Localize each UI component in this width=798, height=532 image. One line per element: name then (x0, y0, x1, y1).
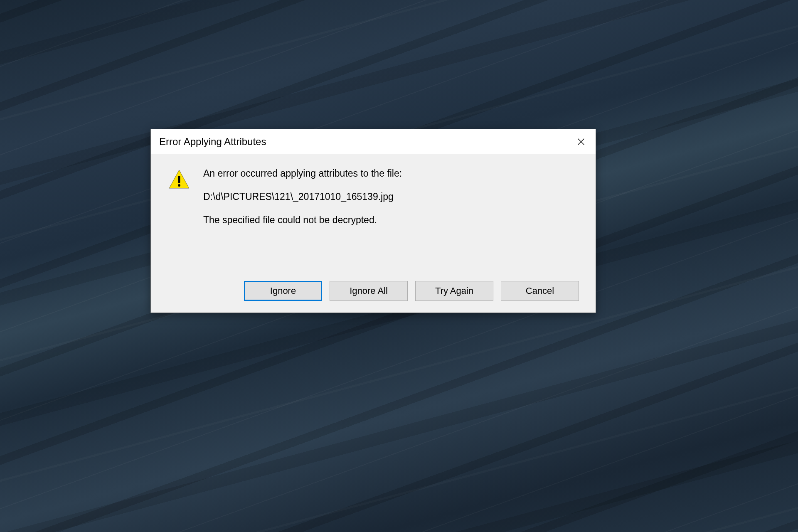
error-dialog: Error Applying Attributes An error occur… (150, 129, 596, 313)
error-description: An error occurred applying attributes to… (203, 167, 579, 180)
ignore-all-button[interactable]: Ignore All (330, 281, 408, 301)
ignore-button[interactable]: Ignore (244, 281, 322, 301)
try-again-button[interactable]: Try Again (415, 281, 493, 301)
warning-icon (167, 168, 191, 192)
svg-rect-3 (178, 176, 180, 183)
error-detail: The specified file could not be decrypte… (203, 213, 579, 227)
file-path: D:\d\PICTURES\121\_20171010_165139.jpg (203, 190, 579, 203)
message-text: An error occurred applying attributes to… (203, 167, 579, 227)
svg-point-4 (178, 184, 180, 187)
close-button[interactable] (566, 129, 596, 154)
cancel-button[interactable]: Cancel (501, 281, 579, 301)
message-row: An error occurred applying attributes to… (167, 167, 579, 227)
button-row: Ignore Ignore All Try Again Cancel (151, 239, 596, 313)
dialog-content: An error occurred applying attributes to… (151, 154, 596, 239)
dialog-titlebar[interactable]: Error Applying Attributes (151, 129, 596, 154)
dialog-title: Error Applying Attributes (159, 136, 266, 148)
close-icon (576, 137, 586, 146)
